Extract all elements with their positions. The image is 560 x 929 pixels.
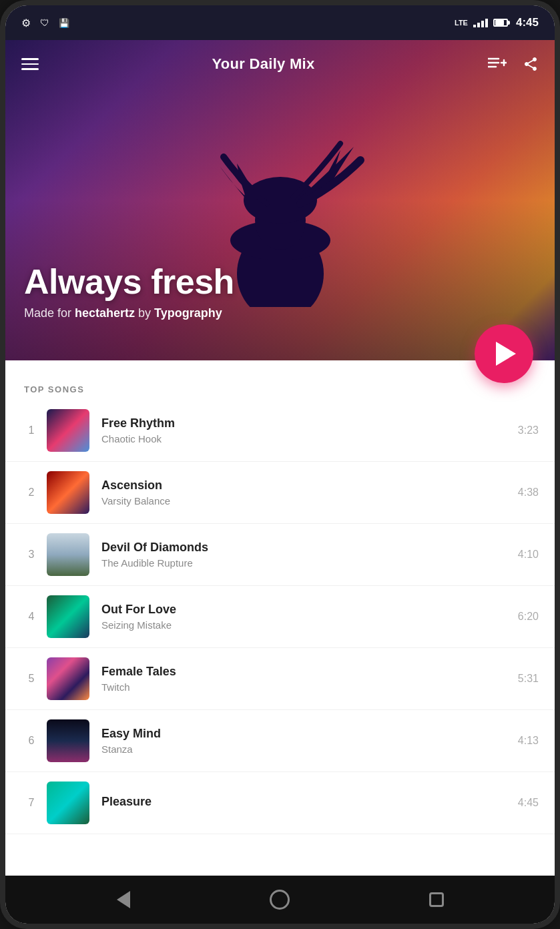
lte-badge: LTE xyxy=(455,19,468,27)
song-duration: 4:10 xyxy=(518,549,539,561)
share-icon xyxy=(523,56,539,72)
song-item-4[interactable]: 4 Out For Love Seizing Mistake 6:20 xyxy=(5,586,555,648)
playlist-add-icon xyxy=(488,56,507,72)
song-title: Pleasure xyxy=(101,795,511,809)
song-item-5[interactable]: 5 Female Tales Twitch 5:31 xyxy=(5,648,555,710)
song-duration: 3:23 xyxy=(518,424,539,436)
song-thumbnail xyxy=(47,409,89,452)
status-icons-left: ⚙ 🛡 💾 xyxy=(21,17,69,29)
song-info: Devil Of Diamonds The Audible Rupture xyxy=(101,541,511,569)
subtitle-connector: by xyxy=(135,306,154,320)
song-item-6[interactable]: 6 Easy Mind Stanza 4:13 xyxy=(5,710,555,772)
song-number: 2 xyxy=(21,487,41,499)
song-artist: Stanza xyxy=(101,743,511,755)
hero-section: Your Daily Mix xyxy=(5,40,555,360)
song-info: Free Rhythm Chaotic Hook xyxy=(101,416,511,444)
song-number: 5 xyxy=(21,673,41,685)
back-button[interactable] xyxy=(109,885,138,914)
song-thumbnail xyxy=(47,719,89,762)
song-duration: 4:38 xyxy=(518,487,539,499)
hero-artist: Typography xyxy=(154,306,222,320)
song-duration: 4:13 xyxy=(518,735,539,747)
song-artist: Twitch xyxy=(101,681,511,693)
recents-icon xyxy=(429,892,444,907)
hero-subtitle: Made for hectahertz by Typography xyxy=(24,306,555,320)
back-icon xyxy=(117,891,130,908)
home-button[interactable] xyxy=(265,885,294,914)
song-info: Ascension Varsity Balance xyxy=(101,479,511,507)
nav-right-actions xyxy=(488,56,539,72)
song-title: Easy Mind xyxy=(101,727,511,741)
signal-icon xyxy=(473,19,488,27)
settings-icon: ⚙ xyxy=(21,17,31,29)
song-artist: Seizing Mistake xyxy=(101,619,511,631)
song-title: Devil Of Diamonds xyxy=(101,541,511,555)
status-bar: ⚙ 🛡 💾 LTE 4:45 xyxy=(5,5,555,40)
hero-title: Always fresh xyxy=(24,263,555,301)
bottom-nav xyxy=(5,876,555,924)
song-artist: Chaotic Hook xyxy=(101,433,511,444)
song-title: Female Tales xyxy=(101,665,511,679)
section-label: TOP SONGS xyxy=(5,374,555,400)
storage-icon: 💾 xyxy=(59,18,69,28)
song-duration: 5:31 xyxy=(518,673,539,685)
song-info: Female Tales Twitch xyxy=(101,665,511,693)
share-button[interactable] xyxy=(523,56,539,72)
song-thumbnail xyxy=(47,657,89,700)
song-item-2[interactable]: 2 Ascension Varsity Balance 4:38 xyxy=(5,462,555,524)
song-list: 1 Free Rhythm Chaotic Hook 3:23 2 Ascens… xyxy=(5,400,555,834)
play-icon xyxy=(496,342,516,366)
song-thumbnail xyxy=(47,595,89,638)
device-frame: ⚙ 🛡 💾 LTE 4:45 xyxy=(0,0,560,929)
song-artist: The Audible Rupture xyxy=(101,557,511,569)
song-title: Out For Love xyxy=(101,603,511,617)
subtitle-prefix: Made for xyxy=(24,306,75,320)
song-duration: 4:45 xyxy=(518,797,539,809)
song-number: 6 xyxy=(21,735,41,747)
song-thumbnail xyxy=(47,533,89,576)
song-number: 1 xyxy=(21,424,41,436)
song-info: Out For Love Seizing Mistake xyxy=(101,603,511,631)
battery-icon xyxy=(493,19,508,27)
screen: ⚙ 🛡 💾 LTE 4:45 xyxy=(5,5,555,924)
top-nav: Your Daily Mix xyxy=(5,40,555,88)
song-thumbnail xyxy=(47,471,89,514)
song-item-7[interactable]: 7 Pleasure 4:45 xyxy=(5,772,555,834)
songs-section: TOP SONGS 1 Free Rhythm Chaotic Hook 3:2… xyxy=(5,360,555,876)
status-icons-right: LTE 4:45 xyxy=(455,16,539,29)
song-item-3[interactable]: 3 Devil Of Diamonds The Audible Rupture … xyxy=(5,524,555,586)
song-number: 3 xyxy=(21,549,41,561)
song-title: Ascension xyxy=(101,479,511,493)
page-title: Your Daily Mix xyxy=(212,55,314,73)
home-icon xyxy=(270,890,290,910)
hero-user: hectahertz xyxy=(75,306,135,320)
time-display: 4:45 xyxy=(516,16,539,29)
song-info: Easy Mind Stanza xyxy=(101,727,511,755)
avast-icon: 🛡 xyxy=(40,17,49,28)
song-thumbnail xyxy=(47,782,89,824)
song-duration: 6:20 xyxy=(518,611,539,623)
song-title: Free Rhythm xyxy=(101,416,511,430)
song-number: 7 xyxy=(21,797,41,809)
song-artist: Varsity Balance xyxy=(101,495,511,507)
menu-button[interactable] xyxy=(21,58,39,70)
song-info: Pleasure xyxy=(101,795,511,812)
play-button[interactable] xyxy=(475,324,533,383)
song-item-1[interactable]: 1 Free Rhythm Chaotic Hook 3:23 xyxy=(5,400,555,462)
hero-text: Always fresh Made for hectahertz by Typo… xyxy=(24,263,555,320)
recents-button[interactable] xyxy=(422,885,451,914)
add-playlist-button[interactable] xyxy=(488,56,507,72)
song-number: 4 xyxy=(21,611,41,623)
